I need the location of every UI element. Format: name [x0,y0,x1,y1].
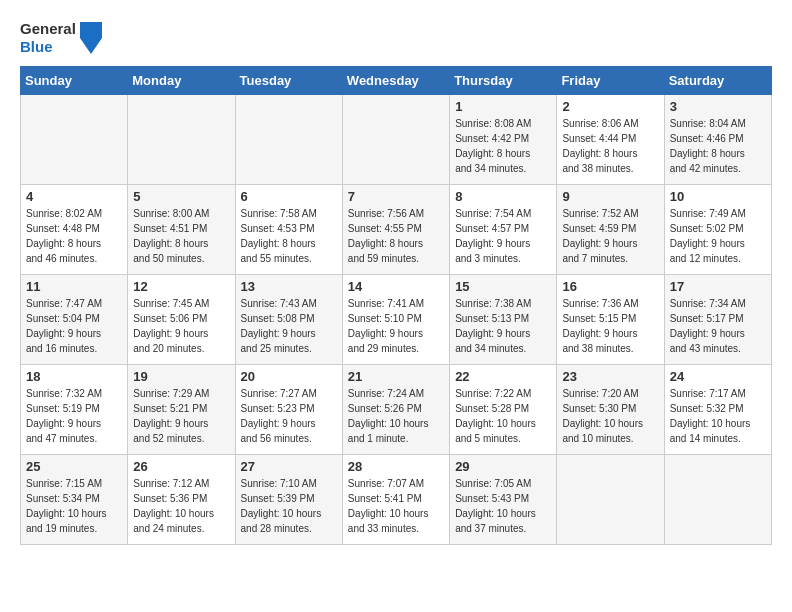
day-info: Sunrise: 7:43 AM Sunset: 5:08 PM Dayligh… [241,296,337,356]
day-cell: 7Sunrise: 7:56 AM Sunset: 4:55 PM Daylig… [342,185,449,275]
week-row-3: 11Sunrise: 7:47 AM Sunset: 5:04 PM Dayli… [21,275,772,365]
calendar-table: SundayMondayTuesdayWednesdayThursdayFrid… [20,66,772,545]
day-cell: 5Sunrise: 8:00 AM Sunset: 4:51 PM Daylig… [128,185,235,275]
day-cell: 22Sunrise: 7:22 AM Sunset: 5:28 PM Dayli… [450,365,557,455]
day-cell: 1Sunrise: 8:08 AM Sunset: 4:42 PM Daylig… [450,95,557,185]
day-number: 23 [562,369,658,384]
day-number: 9 [562,189,658,204]
day-cell [557,455,664,545]
column-header-thursday: Thursday [450,67,557,95]
day-number: 18 [26,369,122,384]
day-number: 25 [26,459,122,474]
day-info: Sunrise: 7:34 AM Sunset: 5:17 PM Dayligh… [670,296,766,356]
day-cell: 21Sunrise: 7:24 AM Sunset: 5:26 PM Dayli… [342,365,449,455]
day-info: Sunrise: 7:36 AM Sunset: 5:15 PM Dayligh… [562,296,658,356]
svg-marker-3 [80,22,102,54]
week-row-2: 4Sunrise: 8:02 AM Sunset: 4:48 PM Daylig… [21,185,772,275]
day-number: 1 [455,99,551,114]
day-cell: 25Sunrise: 7:15 AM Sunset: 5:34 PM Dayli… [21,455,128,545]
day-cell: 18Sunrise: 7:32 AM Sunset: 5:19 PM Dayli… [21,365,128,455]
day-info: Sunrise: 7:24 AM Sunset: 5:26 PM Dayligh… [348,386,444,446]
day-info: Sunrise: 7:12 AM Sunset: 5:36 PM Dayligh… [133,476,229,536]
day-cell: 6Sunrise: 7:58 AM Sunset: 4:53 PM Daylig… [235,185,342,275]
logo-arrow-icon [80,22,102,54]
day-cell: 4Sunrise: 8:02 AM Sunset: 4:48 PM Daylig… [21,185,128,275]
day-number: 28 [348,459,444,474]
day-number: 7 [348,189,444,204]
day-info: Sunrise: 7:41 AM Sunset: 5:10 PM Dayligh… [348,296,444,356]
day-cell: 8Sunrise: 7:54 AM Sunset: 4:57 PM Daylig… [450,185,557,275]
day-info: Sunrise: 7:56 AM Sunset: 4:55 PM Dayligh… [348,206,444,266]
day-info: Sunrise: 7:47 AM Sunset: 5:04 PM Dayligh… [26,296,122,356]
week-row-4: 18Sunrise: 7:32 AM Sunset: 5:19 PM Dayli… [21,365,772,455]
day-info: Sunrise: 7:07 AM Sunset: 5:41 PM Dayligh… [348,476,444,536]
day-number: 2 [562,99,658,114]
day-info: Sunrise: 7:20 AM Sunset: 5:30 PM Dayligh… [562,386,658,446]
day-cell [235,95,342,185]
day-info: Sunrise: 7:58 AM Sunset: 4:53 PM Dayligh… [241,206,337,266]
day-cell [128,95,235,185]
day-cell: 17Sunrise: 7:34 AM Sunset: 5:17 PM Dayli… [664,275,771,365]
day-cell: 23Sunrise: 7:20 AM Sunset: 5:30 PM Dayli… [557,365,664,455]
column-header-sunday: Sunday [21,67,128,95]
logo: General Blue General Blue [20,20,102,56]
day-cell: 20Sunrise: 7:27 AM Sunset: 5:23 PM Dayli… [235,365,342,455]
day-number: 14 [348,279,444,294]
column-header-wednesday: Wednesday [342,67,449,95]
day-cell: 10Sunrise: 7:49 AM Sunset: 5:02 PM Dayli… [664,185,771,275]
day-number: 4 [26,189,122,204]
day-info: Sunrise: 8:06 AM Sunset: 4:44 PM Dayligh… [562,116,658,176]
day-info: Sunrise: 7:52 AM Sunset: 4:59 PM Dayligh… [562,206,658,266]
day-number: 3 [670,99,766,114]
column-header-friday: Friday [557,67,664,95]
day-cell: 11Sunrise: 7:47 AM Sunset: 5:04 PM Dayli… [21,275,128,365]
day-cell: 24Sunrise: 7:17 AM Sunset: 5:32 PM Dayli… [664,365,771,455]
day-number: 24 [670,369,766,384]
header-row: SundayMondayTuesdayWednesdayThursdayFrid… [21,67,772,95]
day-number: 16 [562,279,658,294]
day-cell: 29Sunrise: 7:05 AM Sunset: 5:43 PM Dayli… [450,455,557,545]
day-cell: 12Sunrise: 7:45 AM Sunset: 5:06 PM Dayli… [128,275,235,365]
day-number: 15 [455,279,551,294]
day-info: Sunrise: 7:54 AM Sunset: 4:57 PM Dayligh… [455,206,551,266]
day-number: 22 [455,369,551,384]
day-cell: 19Sunrise: 7:29 AM Sunset: 5:21 PM Dayli… [128,365,235,455]
logo-blue-text: Blue [20,38,76,56]
day-cell: 26Sunrise: 7:12 AM Sunset: 5:36 PM Dayli… [128,455,235,545]
column-header-saturday: Saturday [664,67,771,95]
day-cell: 27Sunrise: 7:10 AM Sunset: 5:39 PM Dayli… [235,455,342,545]
day-number: 27 [241,459,337,474]
day-number: 5 [133,189,229,204]
day-number: 21 [348,369,444,384]
day-info: Sunrise: 7:29 AM Sunset: 5:21 PM Dayligh… [133,386,229,446]
day-cell: 15Sunrise: 7:38 AM Sunset: 5:13 PM Dayli… [450,275,557,365]
day-info: Sunrise: 7:38 AM Sunset: 5:13 PM Dayligh… [455,296,551,356]
day-number: 19 [133,369,229,384]
day-info: Sunrise: 7:15 AM Sunset: 5:34 PM Dayligh… [26,476,122,536]
day-number: 29 [455,459,551,474]
day-info: Sunrise: 8:08 AM Sunset: 4:42 PM Dayligh… [455,116,551,176]
day-cell: 16Sunrise: 7:36 AM Sunset: 5:15 PM Dayli… [557,275,664,365]
day-cell: 2Sunrise: 8:06 AM Sunset: 4:44 PM Daylig… [557,95,664,185]
day-info: Sunrise: 7:49 AM Sunset: 5:02 PM Dayligh… [670,206,766,266]
day-cell [342,95,449,185]
day-number: 26 [133,459,229,474]
day-number: 11 [26,279,122,294]
day-info: Sunrise: 7:05 AM Sunset: 5:43 PM Dayligh… [455,476,551,536]
day-cell: 28Sunrise: 7:07 AM Sunset: 5:41 PM Dayli… [342,455,449,545]
week-row-1: 1Sunrise: 8:08 AM Sunset: 4:42 PM Daylig… [21,95,772,185]
day-cell [664,455,771,545]
logo-general-text: General [20,20,76,38]
day-number: 12 [133,279,229,294]
day-number: 13 [241,279,337,294]
page-header: General Blue General Blue [20,20,772,56]
column-header-monday: Monday [128,67,235,95]
column-header-tuesday: Tuesday [235,67,342,95]
day-number: 6 [241,189,337,204]
day-info: Sunrise: 7:27 AM Sunset: 5:23 PM Dayligh… [241,386,337,446]
day-info: Sunrise: 7:32 AM Sunset: 5:19 PM Dayligh… [26,386,122,446]
day-info: Sunrise: 7:10 AM Sunset: 5:39 PM Dayligh… [241,476,337,536]
day-cell: 3Sunrise: 8:04 AM Sunset: 4:46 PM Daylig… [664,95,771,185]
day-info: Sunrise: 7:17 AM Sunset: 5:32 PM Dayligh… [670,386,766,446]
day-info: Sunrise: 8:02 AM Sunset: 4:48 PM Dayligh… [26,206,122,266]
